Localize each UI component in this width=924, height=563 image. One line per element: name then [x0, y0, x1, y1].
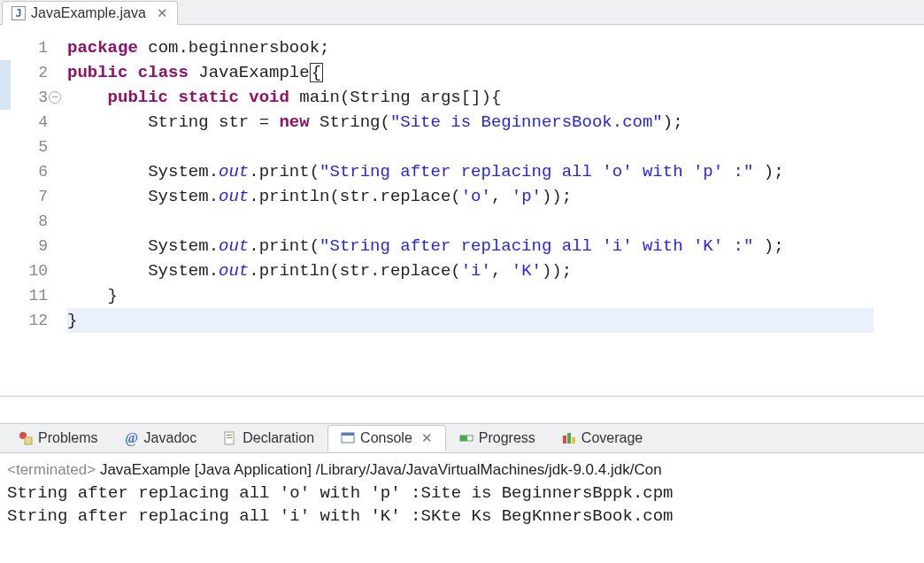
- svg-rect-11: [572, 437, 575, 443]
- console-icon: [341, 431, 355, 445]
- console-line: String after replacing all 'i' with 'K' …: [7, 506, 674, 526]
- svg-rect-9: [563, 436, 566, 443]
- overview-ruler: [0, 25, 11, 396]
- cursor: {: [310, 63, 323, 82]
- close-icon[interactable]: ✕: [157, 5, 168, 21]
- line-number: 7: [11, 184, 53, 209]
- tab-javadoc[interactable]: @ Javadoc: [112, 425, 211, 451]
- line-number: 10: [11, 258, 53, 283]
- line-number: 9: [11, 234, 53, 258]
- code-editor[interactable]: 1 2 3 − 4 5 6 7 8 9 10 11 12 package com…: [0, 25, 924, 397]
- line-number: 6: [11, 159, 53, 184]
- line-number: 4: [11, 110, 53, 135]
- editor-tab-bar: J JavaExample.java ✕: [0, 0, 924, 25]
- tab-problems[interactable]: Problems: [5, 425, 112, 451]
- fold-icon[interactable]: −: [49, 91, 61, 104]
- progress-icon: [459, 431, 474, 445]
- editor-tab[interactable]: J JavaExample.java ✕: [2, 1, 178, 25]
- problems-icon: [19, 431, 33, 445]
- current-line: }: [67, 308, 874, 333]
- bottom-views-tab-bar: Problems @ Javadoc Declaration Console ✕…: [0, 423, 924, 453]
- java-file-icon: J: [12, 6, 26, 20]
- javadoc-icon: @: [125, 431, 139, 445]
- line-number: 2: [11, 60, 53, 85]
- console-line: String after replacing all 'o' with 'p' …: [7, 483, 674, 503]
- tab-progress[interactable]: Progress: [446, 425, 549, 451]
- svg-rect-3: [227, 435, 232, 436]
- console-run-config: JavaExample [Java Application] /Library/…: [96, 461, 661, 478]
- line-number: 1: [11, 35, 53, 60]
- coverage-icon: [562, 431, 576, 445]
- console-output[interactable]: <terminated> JavaExample [Java Applicati…: [0, 453, 924, 533]
- line-number-gutter: 1 2 3 − 4 5 6 7 8 9 10 11 12: [11, 25, 53, 396]
- close-icon[interactable]: ✕: [421, 430, 433, 446]
- svg-rect-4: [227, 437, 232, 438]
- code-content[interactable]: package com.beginnersbook; public class …: [53, 25, 924, 396]
- tab-coverage[interactable]: Coverage: [549, 425, 656, 451]
- tab-title: JavaExample.java: [31, 5, 146, 21]
- line-number: 3 −: [11, 85, 53, 110]
- console-status: <terminated>: [7, 461, 96, 478]
- declaration-icon: [223, 431, 237, 445]
- svg-rect-10: [567, 433, 571, 443]
- svg-rect-6: [342, 433, 354, 436]
- line-number: 5: [11, 135, 53, 159]
- tab-declaration[interactable]: Declaration: [210, 425, 327, 451]
- line-number: 12: [11, 308, 53, 333]
- svg-rect-1: [25, 437, 32, 444]
- svg-rect-8: [460, 436, 467, 441]
- line-number: 11: [11, 283, 53, 308]
- tab-console[interactable]: Console ✕: [327, 425, 446, 451]
- line-number: 8: [11, 209, 53, 234]
